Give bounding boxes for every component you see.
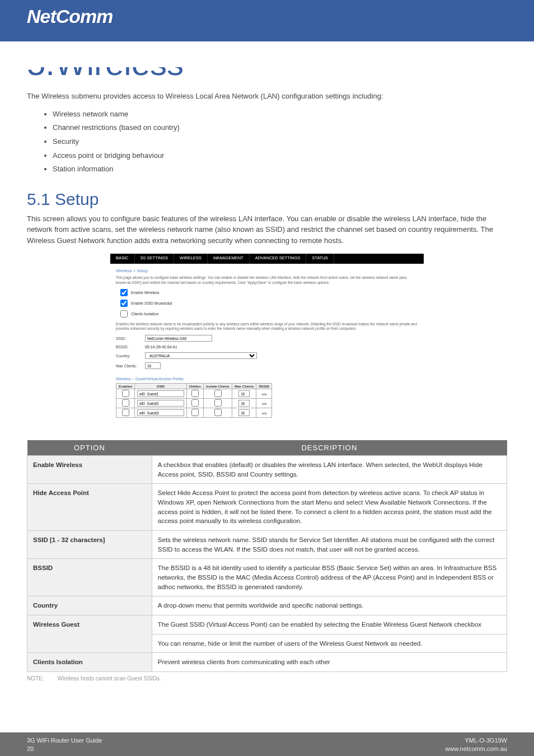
intro-text: The Wireless submenu provides access to …	[27, 91, 507, 102]
guest-table: Enabled SSID Hidden Isolate Clients Max …	[116, 383, 272, 418]
guest-max-input[interactable]	[238, 409, 250, 416]
section-body: This screen allows you to configure basi…	[27, 213, 507, 246]
opt-desc-extra: You can rename, hide or limit the number…	[152, 634, 507, 653]
guest-th-isolate: Isolate Clients	[204, 384, 232, 389]
guest-th-max: Max Clients	[232, 384, 256, 389]
bullet-item: Access point or bridging behaviour	[53, 149, 507, 163]
opt-label: BSSID	[27, 559, 152, 596]
enable-ssid-broadcast-label: Enable SSID Broadcast	[131, 301, 172, 305]
opt-label: Wireless Guest	[27, 615, 152, 653]
tab-status[interactable]: STATUS	[306, 254, 334, 264]
country-select[interactable]: AUSTRALIA	[145, 352, 257, 359]
tab-3g-settings[interactable]: 3G SETTINGS	[135, 254, 175, 264]
bssid-value: 00:1A:2B:4E:84:A1	[145, 345, 177, 349]
guest-th-bssid: BSSID	[256, 384, 272, 389]
guest-hidden-checkbox[interactable]	[191, 390, 199, 397]
footer-doc-code: YML-O-3G19W	[445, 736, 507, 744]
guest-ssid-input[interactable]	[137, 390, 184, 397]
bssid-label: BSSID:	[116, 345, 139, 349]
clients-isolation-label: Clients Isolation	[131, 312, 158, 316]
guest-isolate-checkbox[interactable]	[214, 399, 222, 407]
guest-th-hidden: Hidden	[187, 384, 204, 389]
guest-bssid: n/a	[256, 389, 272, 399]
max-clients-label: Max Clients:	[116, 364, 139, 368]
guest-bssid: n/a	[256, 408, 272, 418]
tab-wireless[interactable]: WIRELESS	[174, 254, 208, 264]
guest-ssid-input[interactable]	[137, 409, 184, 416]
clients-isolation-checkbox[interactable]	[120, 310, 128, 318]
note: NOTE: Wireless hosts cannot scan Guest S…	[27, 675, 507, 682]
opt-label: Enable Wireless	[27, 456, 152, 484]
max-clients-input[interactable]	[145, 362, 161, 369]
guest-bssid: n/a	[256, 399, 272, 408]
section-title: 5.1 Setup	[27, 190, 507, 209]
screenshot-blurb: This page allows you to configure basic …	[116, 276, 418, 285]
opt-desc: Sets the wireless network name. SSID sta…	[152, 531, 507, 559]
bullet-item: Security	[53, 135, 507, 149]
header-band: NetComm	[0, 0, 534, 67]
options-th-description: DESCRIPTION	[152, 440, 507, 456]
ssid-input[interactable]	[145, 335, 212, 342]
opt-desc: A checkbox that enables (default) or dis…	[152, 456, 507, 484]
opt-label: Clients Isolation	[27, 653, 152, 672]
guest-isolate-checkbox[interactable]	[214, 390, 222, 397]
guest-enable-checkbox[interactable]	[122, 390, 129, 397]
enable-ssid-broadcast-checkbox[interactable]	[120, 300, 128, 307]
guest-ssid-input[interactable]	[137, 400, 184, 407]
opt-desc: The BSSID is a 48 bit identity used to i…	[152, 559, 507, 596]
guest-heading: Wireless – Guest/Virtual Access Points:	[116, 377, 418, 381]
tab-basic[interactable]: BASIC	[110, 254, 135, 264]
guest-isolate-checkbox[interactable]	[214, 409, 222, 416]
enable-wireless-label: Enable Wireless	[131, 291, 160, 295]
broadcast-note: Enables the wireless network name to be …	[116, 322, 418, 332]
ssid-label: SSID:	[116, 337, 139, 340]
opt-label: SSID [1 - 32 characters]	[27, 531, 152, 559]
options-th-option: OPTION	[27, 440, 152, 456]
enable-wireless-checkbox[interactable]	[120, 289, 128, 296]
opt-label: Country	[27, 596, 152, 615]
tab-management[interactable]: MANAGEMENT	[208, 254, 250, 264]
footer-page-number: 20	[27, 745, 102, 753]
options-table: OPTION DESCRIPTION Enable WirelessA chec…	[27, 440, 507, 672]
guest-max-input[interactable]	[238, 390, 250, 397]
country-label: Country:	[116, 354, 139, 358]
opt-desc: The Guest SSID (Virtual Access Point) ca…	[152, 615, 507, 634]
screenshot: BASIC 3G SETTINGS WIRELESS MANAGEMENT AD…	[110, 254, 424, 424]
guest-max-input[interactable]	[238, 400, 250, 407]
note-text: Wireless hosts cannot scan Guest SSIDs.	[58, 675, 161, 682]
opt-label: Hide Access Point	[27, 484, 152, 531]
guest-hidden-checkbox[interactable]	[191, 409, 199, 416]
breadcrumb: Wireless > Setup	[116, 268, 418, 273]
bullet-item: Wireless network name	[53, 108, 507, 122]
guest-th-enabled: Enabled	[116, 384, 135, 389]
guest-th-ssid: SSID	[135, 384, 187, 389]
tab-advanced[interactable]: ADVANCED SETTINGS	[250, 254, 307, 264]
guest-row: n/a	[116, 399, 272, 408]
guest-row: n/a	[116, 389, 272, 399]
page-footer: 3G WiFi Router User Guide 20 YML-O-3G19W…	[0, 732, 534, 756]
guest-hidden-checkbox[interactable]	[191, 399, 199, 407]
intro-bullets: Wireless network name Channel restrictio…	[53, 108, 507, 176]
bullet-item: Station information	[53, 162, 507, 176]
opt-desc: Select Hide Access Point to protect the …	[152, 484, 507, 531]
note-label: NOTE:	[27, 675, 56, 682]
brand-logo: NetComm	[27, 6, 113, 27]
footer-guide-title: 3G WiFi Router User Guide	[27, 736, 102, 744]
opt-desc: A drop-down menu that permits worldwide …	[152, 596, 507, 615]
footer-url: www.netcomm.com.au	[445, 745, 507, 753]
screenshot-tabs: BASIC 3G SETTINGS WIRELESS MANAGEMENT AD…	[110, 254, 424, 264]
bullet-item: Channel restrictions (based on country)	[53, 121, 507, 135]
guest-enable-checkbox[interactable]	[122, 399, 129, 407]
guest-enable-checkbox[interactable]	[122, 409, 129, 416]
opt-desc: Prevent wireless clients from communicat…	[152, 653, 507, 672]
guest-row: n/a	[116, 408, 272, 418]
